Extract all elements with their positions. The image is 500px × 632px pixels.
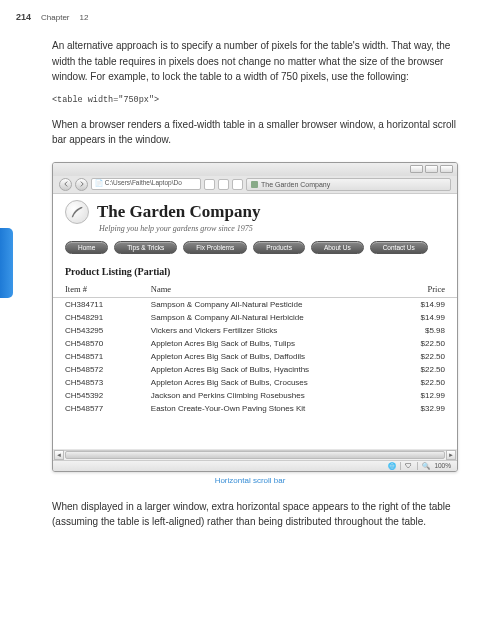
cell-id: CH543295 xyxy=(53,324,139,337)
zoom-level[interactable]: 100% xyxy=(434,462,451,469)
nav-fix[interactable]: Fix Problems xyxy=(183,241,247,254)
back-arrow-icon xyxy=(63,181,69,187)
cell-name: Easton Create-Your-Own Paving Stones Kit xyxy=(139,402,390,415)
folder-icon: 📄 xyxy=(95,179,103,186)
table-row: CH543295Vickers and Vickers Fertilizer S… xyxy=(53,324,457,337)
page-number: 214 xyxy=(16,12,31,22)
address-text: C:\Users\Faithe\Laptop\Do xyxy=(105,179,182,186)
internet-zone-icon: 🌐 xyxy=(388,462,396,470)
cell-name: Appleton Acres Big Sack of Bulbs, Crocus… xyxy=(139,376,390,389)
maximize-button[interactable] xyxy=(425,165,438,173)
table-row: CH548572Appleton Acres Big Sack of Bulbs… xyxy=(53,363,457,376)
tab-title: The Garden Company xyxy=(261,181,330,188)
figure-caption: Horizontal scroll bar xyxy=(0,476,500,485)
table-row: CH548573Appleton Acres Big Sack of Bulbs… xyxy=(53,376,457,389)
browser-window: 📄 C:\Users\Faithe\Laptop\Do The Garden C… xyxy=(52,162,458,472)
table-row: CH548291Sampson & Company All-Natural He… xyxy=(53,311,457,324)
forward-arrow-icon xyxy=(79,181,85,187)
section-heading: Product Listing (Partial) xyxy=(53,258,457,281)
cell-price: $14.99 xyxy=(390,297,457,311)
status-separator xyxy=(400,462,401,470)
cell-id: CH384711 xyxy=(53,297,139,311)
table-header-row: Item # Name Price xyxy=(53,281,457,298)
cell-price: $5.98 xyxy=(390,324,457,337)
back-button[interactable] xyxy=(59,178,72,191)
table-row: CH548571Appleton Acres Big Sack of Bulbs… xyxy=(53,350,457,363)
status-bar: 🌐 🛡 🔍 100% xyxy=(53,460,457,471)
favicon-icon xyxy=(251,181,258,188)
cell-price: $22.50 xyxy=(390,350,457,363)
cell-price: $32.99 xyxy=(390,402,457,415)
product-table: Item # Name Price CH384711Sampson & Comp… xyxy=(53,281,457,415)
company-subtitle: Helping you help your gardens grow since… xyxy=(53,224,457,233)
cell-id: CH548572 xyxy=(53,363,139,376)
page-content: The Garden Company Helping you help your… xyxy=(53,194,457,449)
cell-name: Appleton Acres Big Sack of Bulbs, Tulips xyxy=(139,337,390,350)
close-button[interactable] xyxy=(440,165,453,173)
address-field[interactable]: 📄 C:\Users\Faithe\Laptop\Do xyxy=(91,178,201,190)
refresh-button[interactable] xyxy=(204,179,215,190)
protected-mode-icon: 🛡 xyxy=(405,462,413,470)
table-row: CH384711Sampson & Company All-Natural Pe… xyxy=(53,297,457,311)
cell-name: Jackson and Perkins Climbing Rosebushes xyxy=(139,389,390,402)
cell-price: $22.50 xyxy=(390,337,457,350)
cell-price: $14.99 xyxy=(390,311,457,324)
nav-tips[interactable]: Tips & Tricks xyxy=(114,241,177,254)
code-snippet: <table width="750px"> xyxy=(0,91,500,109)
window-titlebar xyxy=(53,163,457,176)
browser-tab[interactable]: The Garden Company xyxy=(246,178,451,191)
company-title: The Garden Company xyxy=(97,202,260,222)
company-header: The Garden Company xyxy=(53,194,457,226)
address-bar-row: 📄 C:\Users\Faithe\Laptop\Do The Garden C… xyxy=(53,176,457,194)
cell-id: CH548577 xyxy=(53,402,139,415)
scroll-left-button[interactable]: ◄ xyxy=(54,450,64,460)
cell-id: CH548573 xyxy=(53,376,139,389)
cell-name: Appleton Acres Big Sack of Bulbs, Hyacin… xyxy=(139,363,390,376)
cell-price: $22.50 xyxy=(390,363,457,376)
col-item: Item # xyxy=(53,281,139,298)
cell-name: Sampson & Company All-Natural Herbicide xyxy=(139,311,390,324)
nav-products[interactable]: Products xyxy=(253,241,305,254)
nav-home[interactable]: Home xyxy=(65,241,108,254)
chapter-label: Chapter xyxy=(41,13,69,22)
cell-id: CH548291 xyxy=(53,311,139,324)
nav-about[interactable]: About Us xyxy=(311,241,364,254)
page-header: 214 Chapter 12 xyxy=(0,0,500,30)
zoom-icon[interactable]: 🔍 xyxy=(422,462,430,470)
cell-name: Vickers and Vickers Fertilizer Sticks xyxy=(139,324,390,337)
cell-id: CH548570 xyxy=(53,337,139,350)
body-paragraph-2: When a browser renders a fixed-width tab… xyxy=(0,109,500,154)
table-row: CH548577Easton Create-Your-Own Paving St… xyxy=(53,402,457,415)
horizontal-scrollbar[interactable]: ◄ ► xyxy=(54,450,456,460)
cell-id: CH545392 xyxy=(53,389,139,402)
cell-name: Appleton Acres Big Sack of Bulbs, Daffod… xyxy=(139,350,390,363)
cell-id: CH548571 xyxy=(53,350,139,363)
page-edge-tab xyxy=(0,228,13,298)
scroll-thumb[interactable] xyxy=(65,451,445,459)
feather-logo-icon xyxy=(65,200,89,224)
cell-price: $22.50 xyxy=(390,376,457,389)
table-row: CH545392Jackson and Perkins Climbing Ros… xyxy=(53,389,457,402)
minimize-button[interactable] xyxy=(410,165,423,173)
scroll-right-button[interactable]: ► xyxy=(446,450,456,460)
chapter-number: 12 xyxy=(80,13,89,22)
stop-button[interactable] xyxy=(218,179,229,190)
body-paragraph-1: An alternative approach is to specify a … xyxy=(0,30,500,91)
status-separator xyxy=(417,462,418,470)
cell-price: $12.99 xyxy=(390,389,457,402)
col-name: Name xyxy=(139,281,390,298)
nav-button-row: Home Tips & Tricks Fix Problems Products… xyxy=(53,233,457,258)
table-row: CH548570Appleton Acres Big Sack of Bulbs… xyxy=(53,337,457,350)
nav-contact[interactable]: Contact Us xyxy=(370,241,428,254)
cell-name: Sampson & Company All-Natural Pesticide xyxy=(139,297,390,311)
forward-button[interactable] xyxy=(75,178,88,191)
col-price: Price xyxy=(390,281,457,298)
search-button[interactable] xyxy=(232,179,243,190)
body-paragraph-3: When displayed in a larger window, extra… xyxy=(0,491,500,536)
